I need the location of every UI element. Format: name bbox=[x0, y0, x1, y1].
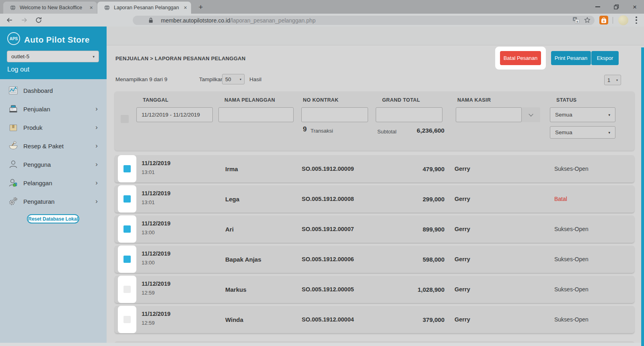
row-time: 13:00 bbox=[142, 260, 155, 266]
row-grand-total: 899,900 bbox=[376, 215, 444, 243]
row-time: 13:01 bbox=[142, 169, 155, 175]
bookmark-star-icon[interactable] bbox=[584, 16, 591, 24]
cashier-dropdown-toggle[interactable] bbox=[522, 107, 540, 122]
chevron-down-icon: ▾ bbox=[608, 131, 610, 135]
profile-avatar[interactable] bbox=[618, 15, 628, 25]
chevron-down-icon bbox=[529, 112, 533, 116]
tab-close-icon[interactable]: × bbox=[184, 4, 187, 11]
row-status: Sukses-Open bbox=[554, 215, 588, 243]
grand-total-filter-input[interactable] bbox=[376, 107, 442, 122]
sidebar-item-penjualan[interactable]: Penjualan› bbox=[0, 100, 107, 118]
table-row[interactable]: 11/12/201913:00AriSO.005.1912.00007899,9… bbox=[115, 215, 634, 243]
contract-number-filter-input[interactable] bbox=[301, 107, 368, 122]
print-pesanan-button[interactable]: Print Pesanan bbox=[551, 51, 591, 65]
row-grand-total: 379,000 bbox=[376, 306, 444, 333]
cashier-filter-input[interactable] bbox=[456, 107, 522, 122]
row-contract-number: SO.005.1912.00007 bbox=[302, 215, 354, 243]
tab-close-icon[interactable]: × bbox=[90, 4, 93, 11]
status-filter-select[interactable]: Semua ▾ bbox=[550, 107, 615, 122]
row-contract-number: SO.005.1912.00006 bbox=[302, 246, 354, 273]
breadcrumb: PENJUALAN > LAPORAN PESANAN PELANGGAN bbox=[115, 55, 246, 61]
close-window-button[interactable]: × bbox=[625, 0, 644, 14]
sidebar-item-pengaturan[interactable]: Pengaturan› bbox=[0, 192, 107, 211]
outlet-select[interactable]: outlet-5 ▾ bbox=[7, 51, 99, 62]
sidebar-item-dashboard[interactable]: Dashboard bbox=[0, 81, 107, 100]
mortar-pestle-icon bbox=[8, 141, 19, 151]
date-range-input[interactable]: 11/12/2019 - 11/12/2019 bbox=[136, 107, 213, 122]
shopping-bag-extension-icon[interactable]: a bbox=[599, 16, 608, 25]
url-domain: member.autopilotstore.co.id bbox=[161, 17, 230, 24]
sidebar-item-label: Pelanggan bbox=[23, 180, 52, 186]
browser-menu-icon[interactable] bbox=[636, 16, 637, 24]
app-window: Welcome to New Backoffice × Laporan Pesa… bbox=[0, 0, 644, 346]
row-cashier: Gerry bbox=[455, 215, 470, 243]
row-cashier: Gerry bbox=[455, 276, 470, 303]
table-row[interactable]: 11/12/201913:00Bapak AnjasSO.005.1912.00… bbox=[115, 246, 634, 273]
batal-pesanan-button[interactable]: Batal Pesanan bbox=[500, 51, 541, 65]
ekspor-button[interactable]: Ekspor bbox=[591, 51, 619, 65]
showing-count-text: Menampilkan 9 dari 9 bbox=[115, 76, 167, 82]
dashboard-icon bbox=[8, 85, 19, 96]
page-number-select[interactable]: 1 ▾ bbox=[604, 75, 621, 85]
restore-button[interactable] bbox=[607, 0, 625, 14]
row-date: 11/12/2019 bbox=[142, 160, 171, 166]
chevron-right-icon: › bbox=[95, 197, 98, 205]
sidebar-item-label: Pengaturan bbox=[23, 198, 55, 205]
globe-favicon-icon bbox=[10, 4, 16, 11]
lock-icon bbox=[148, 17, 153, 23]
sidebar-item-resep-paket[interactable]: Resep & Paket› bbox=[0, 137, 107, 155]
chevron-right-icon: › bbox=[95, 142, 98, 150]
hasil-label: Hasil bbox=[249, 76, 261, 82]
row-date: 11/12/2019 bbox=[142, 280, 171, 287]
translate-icon[interactable]: Aa bbox=[572, 16, 580, 24]
sidebar-item-produk[interactable]: Produk› bbox=[0, 118, 107, 137]
table-row[interactable]: 11/12/201912:59MarkusSO.005.1912.000051,… bbox=[115, 276, 634, 303]
transaction-count: 9 bbox=[303, 125, 307, 133]
row-status: Sukses-Open bbox=[554, 276, 588, 303]
row-date: 11/12/2019 bbox=[142, 250, 171, 257]
table-row[interactable]: 11/12/201913:01IrmaSO.005.1912.00009479,… bbox=[115, 155, 634, 182]
chevron-right-icon: › bbox=[95, 123, 98, 131]
minimize-button[interactable] bbox=[588, 0, 607, 14]
back-icon[interactable] bbox=[6, 16, 14, 24]
new-tab-button[interactable]: + bbox=[195, 2, 206, 13]
row-checkbox[interactable] bbox=[123, 195, 131, 203]
svg-text:a: a bbox=[603, 19, 605, 23]
row-status: Sukses-Open bbox=[554, 155, 588, 182]
row-date: 11/12/2019 bbox=[142, 220, 171, 227]
row-time: 13:01 bbox=[142, 199, 155, 205]
row-checkbox[interactable] bbox=[123, 165, 131, 172]
row-checkbox[interactable] bbox=[123, 225, 131, 233]
sidebar-item-pengguna[interactable]: Pengguna› bbox=[0, 155, 107, 174]
status-filter-select-2[interactable]: Semua ▾ bbox=[550, 126, 615, 139]
logout-link[interactable]: Log out bbox=[7, 66, 29, 73]
filter-panel: TANGGAL NAMA PELANGGAN NO KONTRAK GRAND … bbox=[115, 92, 634, 151]
row-date: 11/12/2019 bbox=[142, 311, 171, 317]
globe-favicon-icon bbox=[104, 4, 110, 11]
row-cashier: Gerry bbox=[455, 185, 470, 213]
row-cashier: Gerry bbox=[455, 246, 470, 273]
customer-name-filter-input[interactable] bbox=[218, 107, 294, 122]
row-checkbox[interactable] bbox=[123, 256, 131, 263]
browser-tab-laporan[interactable]: Laporan Pesanan Pelanggan × bbox=[97, 2, 191, 14]
sidebar-item-label: Resep & Paket bbox=[23, 143, 64, 149]
table-row[interactable]: 11/12/201913:01LegaSO.005.1912.00008299,… bbox=[115, 185, 634, 213]
select-all-checkbox[interactable] bbox=[121, 115, 129, 123]
browser-tab-backoffice[interactable]: Welcome to New Backoffice × bbox=[3, 2, 97, 14]
page-size-select[interactable]: 50 ▾ bbox=[222, 74, 245, 84]
row-checkbox[interactable] bbox=[123, 316, 131, 323]
reload-icon[interactable] bbox=[35, 16, 43, 24]
reset-database-button[interactable]: Reset Database Lokal bbox=[27, 214, 79, 223]
tab-title: Welcome to New Backoffice bbox=[20, 5, 86, 10]
row-customer: Bapak Anjas bbox=[225, 246, 261, 273]
forward-icon[interactable] bbox=[20, 16, 28, 24]
row-time: 12:59 bbox=[142, 320, 155, 326]
transaction-label: Transaksi bbox=[311, 128, 333, 134]
chevron-right-icon: › bbox=[95, 179, 98, 187]
sidebar-item-pelanggan[interactable]: Pelanggan› bbox=[0, 174, 107, 192]
row-checkbox[interactable] bbox=[123, 286, 131, 293]
row-cashier: Gerry bbox=[455, 306, 470, 333]
page-scrollbar[interactable] bbox=[641, 47, 644, 346]
table-row[interactable]: 11/12/201912:59WindaSO.005.1912.00004379… bbox=[115, 306, 634, 333]
column-header-kasir: NAMA KASIR bbox=[457, 97, 491, 103]
